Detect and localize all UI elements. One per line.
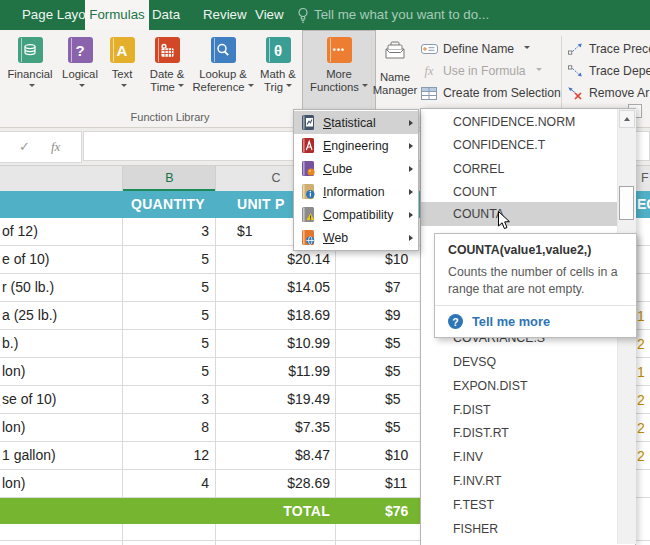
tab-view[interactable]: View	[255, 0, 284, 30]
mouse-cursor-icon	[497, 210, 511, 235]
unit-price-cell[interactable]: $8.47	[216, 442, 330, 469]
function-item[interactable]: DEVSQ	[453, 350, 496, 374]
function-item[interactable]: F.DIST.RT	[453, 421, 509, 445]
use-in-formula-button[interactable]: fx Use in Formula	[420, 61, 542, 81]
function-item[interactable]: F.DIST	[453, 398, 491, 422]
menu-item-web[interactable]: Web	[294, 226, 418, 249]
quantity-cell[interactable]: 12	[123, 442, 209, 469]
item-cell[interactable]: b.)	[2, 330, 18, 357]
item-cell[interactable]: of 12)	[2, 218, 38, 245]
menu-item-information[interactable]: Information	[294, 180, 418, 203]
insert-function-fx-icon[interactable]: fx	[51, 132, 60, 162]
function-item[interactable]: FISHER	[453, 517, 498, 541]
quantity-cell[interactable]: 5	[123, 246, 209, 273]
total-cell-fragment[interactable]: $10	[385, 442, 408, 469]
column-header-f[interactable]: F	[636, 166, 650, 191]
create-from-selection-button[interactable]: Create from Selection	[420, 83, 561, 103]
total-row: TOTAL $76	[0, 498, 420, 524]
item-cell[interactable]: lon)	[2, 470, 25, 497]
total-label-cell[interactable]: TOTAL	[216, 498, 330, 524]
trace-dependents-button[interactable]: Trace Depe	[566, 61, 650, 81]
enter-check-icon[interactable]: ✓	[19, 132, 30, 162]
unit-price-cell[interactable]: $28.69	[216, 470, 330, 497]
quantity-cell[interactable]: 5	[123, 274, 209, 301]
function-item[interactable]: F.INV.RT	[453, 469, 502, 493]
function-item[interactable]: CONFIDENCE.T	[453, 133, 545, 157]
selected-item-highlight	[421, 202, 617, 226]
menu-item-compatibility[interactable]: Compatibility	[294, 203, 418, 226]
function-item[interactable]: CORREL	[453, 157, 504, 181]
quantity-cell[interactable]: 4	[123, 470, 209, 497]
function-item[interactable]: CONFIDENCE.NORM	[453, 110, 575, 134]
f-column-digit[interactable]: 2	[637, 330, 645, 358]
scrollbar-thumb[interactable]	[619, 186, 634, 220]
f-column-digit[interactable]: 1	[637, 302, 645, 330]
total-cell-fragment[interactable]: $7	[385, 274, 401, 301]
item-cell[interactable]: lon)	[2, 414, 25, 441]
dropdown-arrow-icon	[248, 84, 254, 90]
trace-precedents-button[interactable]: Trace Prece	[566, 39, 650, 59]
total-value-fragment[interactable]: $76	[385, 498, 408, 524]
unit-price-cell[interactable]: $1	[237, 218, 253, 245]
quantity-cell[interactable]: 3	[123, 218, 209, 245]
unit-price-cell[interactable]: $18.69	[216, 302, 330, 329]
menu-item-statistical[interactable]: Statistical	[294, 111, 418, 134]
financial-button[interactable]: Financial	[2, 30, 58, 122]
quantity-cell[interactable]: 5	[123, 330, 209, 357]
item-cell[interactable]: 1 gallon)	[2, 442, 56, 469]
quantity-cell[interactable]: 8	[123, 414, 209, 441]
unit-price-cell[interactable]: $10.99	[216, 330, 330, 357]
fx-icon: fx	[420, 64, 438, 79]
function-item[interactable]: COUNT	[453, 180, 497, 204]
total-cell-fragment[interactable]: $5	[385, 358, 401, 385]
define-name-button[interactable]: Define Name	[420, 39, 530, 59]
unit-price-cell[interactable]: $19.49	[216, 386, 330, 413]
math-trig-label: Math &	[260, 68, 296, 81]
total-cell-fragment[interactable]: $5	[385, 386, 401, 413]
quantity-cell[interactable]: 3	[123, 386, 209, 413]
item-cell[interactable]: se of 10)	[2, 386, 56, 413]
total-cell-fragment[interactable]: $9	[385, 302, 401, 329]
f-column-digit[interactable]: 2	[637, 386, 645, 414]
function-item[interactable]: EXPON.DIST	[453, 374, 527, 398]
f-column-digit[interactable]: 2	[637, 442, 645, 470]
unit-price-cell[interactable]: $11.99	[216, 358, 330, 385]
tell-me-search[interactable]: Tell me what you want to do...	[314, 0, 489, 30]
remove-arrows-button[interactable]: Remove Ar	[566, 83, 649, 103]
date-time-button[interactable]: Date & Time	[142, 30, 192, 122]
item-cell[interactable]: a (25 lb.)	[2, 302, 57, 329]
quantity-cell[interactable]: 5	[123, 358, 209, 385]
tab-review[interactable]: Review	[203, 0, 247, 30]
menu-item-engineering[interactable]: Engineering	[294, 134, 418, 157]
item-cell[interactable]: lon)	[2, 358, 25, 385]
date-time-label-2: Time	[150, 81, 184, 94]
tell-me-more-link[interactable]: Tell me more	[472, 314, 550, 329]
menu-item-cube[interactable]: Cube	[294, 157, 418, 180]
logical-button[interactable]: ? Logical	[58, 30, 102, 122]
tab-data[interactable]: Data	[152, 0, 180, 30]
lookup-reference-button[interactable]: Lookup & Reference	[192, 30, 254, 122]
quantity-cell[interactable]: 5	[123, 302, 209, 329]
function-item[interactable]: F.TEST	[453, 493, 494, 517]
header-cell-quantity[interactable]: QUANTITY	[121, 191, 215, 218]
help-circle-icon[interactable]: ?	[448, 314, 463, 329]
tab-formulas[interactable]: Formulas	[85, 0, 149, 30]
text-button[interactable]: A Text	[102, 30, 142, 122]
function-item[interactable]: F.INV	[453, 445, 483, 469]
unit-price-cell[interactable]: $14.05	[216, 274, 330, 301]
header-cell-unit-price[interactable]: UNIT P	[237, 191, 285, 218]
total-cell-fragment[interactable]: $5	[385, 330, 401, 357]
total-cell-fragment[interactable]: $5	[385, 414, 401, 441]
financial-label: Financial	[7, 68, 52, 81]
f-column-digit[interactable]: 2	[637, 414, 645, 442]
f-column-digit[interactable]: 1	[637, 358, 645, 386]
item-cell[interactable]: e of 10)	[2, 246, 49, 273]
column-header-b[interactable]: B	[123, 166, 216, 191]
menu-label: Compatibility	[323, 208, 393, 222]
text-label-2	[118, 81, 127, 94]
unit-price-cell[interactable]: $7.35	[216, 414, 330, 441]
item-cell[interactable]: r (50 lb.)	[2, 274, 54, 301]
scroll-up-button[interactable]	[619, 110, 635, 128]
total-cell-fragment[interactable]: $11	[385, 470, 407, 497]
header-cell-f-fragment[interactable]: EC	[637, 191, 650, 218]
